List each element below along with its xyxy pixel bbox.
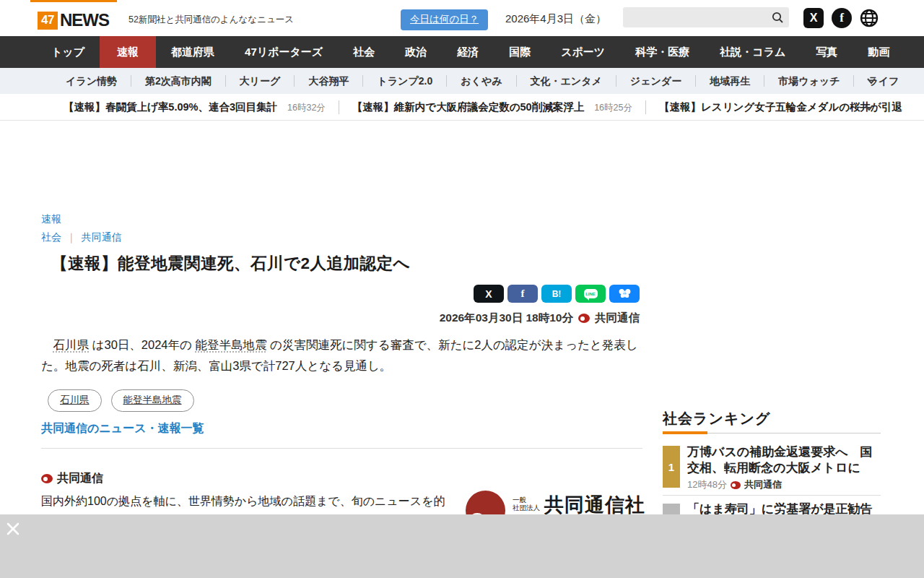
kyodo-publisher-name[interactable]: 共同通信 — [57, 471, 103, 486]
share-line-button[interactable]: LINE — [575, 285, 606, 303]
ticker-item-time: 16時32分 — [287, 102, 326, 114]
body-indent — [41, 338, 53, 351]
body-link-noto-earthquake[interactable]: 能登半島地震 — [196, 338, 267, 351]
x-icon: X — [485, 288, 492, 300]
breadcrumb-source[interactable]: 共同通信 — [82, 231, 122, 243]
share-buttons: X f B! LINE — [474, 285, 640, 303]
nav-item-video[interactable]: 動画 — [853, 36, 905, 68]
header-date: 2026年4月3日（金） — [505, 12, 606, 26]
ticker-item-time: 16時25分 — [594, 102, 632, 114]
bluesky-butterfly-icon — [619, 288, 631, 299]
share-facebook-button[interactable]: f — [507, 285, 538, 303]
topic-navigation: イラン情勢 第2次高市内閣 大リーグ 大谷翔平 トランプ2.0 おくやみ 文化・… — [0, 68, 924, 94]
article-byline: 2026年03月30日 18時10分 共同通信 — [440, 311, 640, 326]
subnav-chevron-down-icon[interactable] — [866, 76, 877, 86]
topic-takaichi-cabinet[interactable]: 第2次高市内閣 — [131, 75, 226, 87]
ranking-heading: 社会ランキング — [663, 409, 770, 428]
nav-item-editorial-column[interactable]: 社説・コラム — [705, 36, 801, 68]
breadcrumb-category[interactable]: 社会 — [41, 231, 61, 243]
ranking-item-time: 12時48分 — [687, 478, 727, 491]
topic-market[interactable]: 市場ウォッチ — [764, 75, 854, 87]
breadcrumb: 社会｜共同通信 — [41, 231, 122, 244]
topic-gender[interactable]: ジェンダー — [616, 75, 696, 87]
topic-ohtani[interactable]: 大谷翔平 — [295, 75, 363, 87]
today-button-label: 今日は何の日？ — [410, 14, 479, 25]
kyodo-logo-icon — [41, 474, 53, 483]
close-icon[interactable] — [5, 521, 21, 537]
article-body: 石川県 は30日、2024年の 能登半島地震 の災害関連死に関する審査で、新たに… — [41, 335, 641, 376]
ranking-item-title[interactable]: 万博バスの補助金返還要求へ 国交相、転用断念の大阪メトロに — [687, 444, 876, 476]
logo-47-mark: 47 — [38, 12, 58, 30]
nav-item-prefectures[interactable]: 都道府県 — [156, 36, 230, 68]
nav-item-economy[interactable]: 経済 — [442, 36, 494, 68]
share-x-button[interactable]: X — [474, 285, 504, 303]
breadcrumb-separator: ｜ — [66, 231, 77, 243]
nav-item-top[interactable]: トップ — [36, 36, 100, 68]
nav-item-47reporters[interactable]: 47リポーターズ — [230, 36, 338, 68]
tag-ishikawa[interactable]: 石川県 — [48, 389, 102, 412]
ticker-chevron-down-icon[interactable] — [863, 103, 875, 113]
breaking-news-ticker: 【速報】春闘賃上げ率5.09%、連合3回目集計 16時32分 【速報】維新内で大… — [0, 94, 924, 121]
kyodo-logo-icon — [578, 314, 590, 323]
nav-item-sports[interactable]: スポーツ — [546, 36, 620, 68]
share-bluesky-button[interactable] — [609, 285, 640, 303]
search-icon[interactable] — [771, 11, 784, 24]
body-text: は30日、2024年の — [89, 338, 196, 351]
ticker-item[interactable]: 【速報】春闘賃上げ率5.09%、連合3回目集計 16時32分 — [64, 100, 339, 114]
kyodo-org-type-line1: 一般 — [513, 496, 526, 504]
search-input[interactable] — [629, 7, 766, 27]
logo-news-text: NEWS — [60, 10, 109, 30]
nav-item-sokuho[interactable]: 速報 — [100, 36, 156, 68]
nav-item-society[interactable]: 社会 — [338, 36, 390, 68]
kyodo-publisher-header: 共同通信 — [41, 471, 103, 486]
nav-item-politics[interactable]: 政治 — [390, 36, 442, 68]
hatena-icon: B! — [552, 289, 562, 299]
article-title: 【速報】能登地震関連死、石川で2人追加認定へ — [51, 252, 410, 275]
kyodo-logo-icon — [731, 481, 741, 489]
ticker-item[interactable]: 【速報】レスリング女子五輪金メダルの桜井が引退 — [659, 100, 915, 114]
page: 47 NEWS 52新聞社と共同通信のよんななニュース 今日は何の日？ 2026… — [0, 0, 924, 578]
breadcrumb-section[interactable]: 速報 — [41, 213, 61, 226]
topic-iran[interactable]: イラン情勢 — [52, 75, 131, 87]
tag-noto-earthquake[interactable]: 能登半島地震 — [111, 389, 194, 412]
topic-trump[interactable]: トランプ2.0 — [363, 75, 447, 87]
nav-item-science-medical[interactable]: 科学・医療 — [620, 36, 705, 68]
ticker-item[interactable]: 【速報】維新内で大阪府議会定数の50削減案浮上 16時25分 — [352, 100, 646, 114]
ticker-item-text: 【速報】維新内で大阪府議会定数の50削減案浮上 — [352, 100, 584, 114]
ranking-heading-accent — [663, 431, 707, 434]
ticker-item-text: 【速報】春闘賃上げ率5.09%、連合3回目集計 — [64, 100, 277, 114]
ranking-item-meta: 12時48分 共同通信 — [687, 478, 782, 491]
nav-item-photo[interactable]: 写真 — [801, 36, 853, 68]
search-box — [623, 7, 789, 27]
facebook-social-icon[interactable]: f — [832, 8, 852, 28]
ad-banner-overlay — [0, 514, 924, 578]
main-navigation: トップ 速報 都道府県 47リポーターズ 社会 政治 経済 国際 スポーツ 科学… — [0, 36, 924, 68]
body-link-ishikawa[interactable]: 石川県 — [53, 338, 90, 351]
divider — [663, 495, 881, 496]
divider — [41, 448, 642, 449]
facebook-glyph: f — [840, 11, 844, 25]
line-icon: LINE — [584, 289, 598, 298]
kyodo-org-type-line2: 社団法人 — [513, 504, 540, 512]
article-date: 2026年03月30日 18時10分 — [440, 311, 573, 326]
topic-culture[interactable]: 文化・エンタメ — [517, 75, 616, 87]
share-hatena-button[interactable]: B! — [541, 285, 572, 303]
logo-accent-bar — [30, 0, 117, 2]
site-logo[interactable]: 47 NEWS — [38, 10, 109, 30]
topic-mlb[interactable]: 大リーグ — [226, 75, 295, 87]
site-tagline: 52新聞社と共同通信のよんななニュース — [128, 14, 294, 26]
x-glyph: X — [810, 12, 818, 25]
ranking-item-source: 共同通信 — [744, 478, 782, 491]
nav-item-international[interactable]: 国際 — [494, 36, 546, 68]
globe-glyph — [859, 8, 879, 28]
tag-list: 石川県 能登半島地震 — [48, 389, 194, 412]
today-button[interactable]: 今日は何の日？ — [401, 9, 488, 30]
topic-obituary[interactable]: おくやみ — [447, 75, 516, 87]
globe-icon[interactable] — [859, 8, 879, 28]
topic-regional[interactable]: 地域再生 — [696, 75, 764, 87]
topic-life[interactable]: ライフ — [854, 75, 912, 87]
article-source[interactable]: 共同通信 — [595, 311, 640, 326]
x-social-icon[interactable]: X — [803, 8, 824, 28]
kyodo-news-list-link[interactable]: 共同通信のニュース・速報一覧 — [41, 421, 204, 436]
rank-1-badge: 1 — [663, 446, 680, 488]
